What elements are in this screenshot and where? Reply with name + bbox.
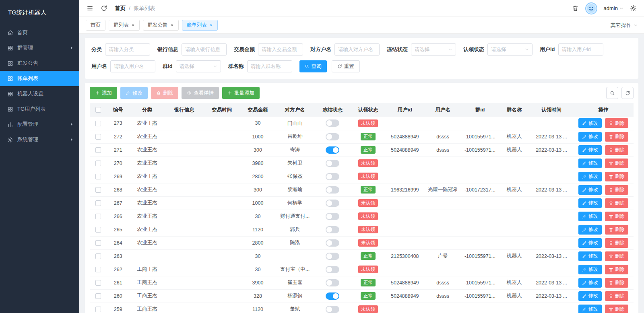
table-refresh-button[interactable]	[621, 87, 634, 99]
row-edit-button[interactable]: 修改	[578, 238, 602, 248]
tab-3[interactable]: 账单列表	[182, 20, 218, 31]
row-checkbox[interactable]	[95, 200, 101, 206]
row-edit-button[interactable]: 修改	[578, 265, 602, 274]
reset-button[interactable]: 重置	[332, 60, 360, 72]
row-checkbox[interactable]	[95, 267, 101, 272]
row-edit-button[interactable]: 修改	[578, 198, 602, 208]
row-edit-button[interactable]: 修改	[578, 225, 602, 235]
row-checkbox[interactable]	[95, 134, 101, 140]
row-delete-button[interactable]: 删除	[605, 198, 628, 208]
collapse-menu-icon[interactable]	[87, 5, 93, 12]
row-checkbox[interactable]	[95, 187, 101, 193]
filter-input-group-name[interactable]	[247, 60, 292, 72]
row-checkbox[interactable]	[95, 174, 101, 179]
sidebar-item-broadcast[interactable]: 群发公告	[0, 56, 79, 71]
more-actions-dropdown[interactable]: 其它操作	[611, 22, 638, 29]
frozen-toggle[interactable]	[326, 226, 339, 233]
row-delete-button[interactable]: 删除	[605, 238, 628, 248]
row-edit-button[interactable]: 修改	[578, 159, 602, 168]
sidebar-item-bills[interactable]: 账单列表	[0, 71, 79, 86]
row-checkbox[interactable]	[95, 227, 101, 233]
filter-select-frozen-state[interactable]: 请选择	[411, 43, 456, 56]
row-delete-button[interactable]: 删除	[605, 132, 628, 142]
user-menu[interactable]: admin	[604, 5, 623, 11]
batch-add-button[interactable]: 批量添加	[222, 87, 260, 99]
row-checkbox[interactable]	[95, 253, 101, 259]
frozen-toggle[interactable]	[326, 306, 339, 313]
avatar[interactable]	[585, 2, 597, 14]
filter-input-user-id[interactable]	[558, 43, 603, 56]
filter-input-username[interactable]	[110, 60, 155, 72]
filter-input-category[interactable]	[105, 43, 150, 56]
row-edit-button[interactable]: 修改	[578, 172, 602, 181]
row-edit-button[interactable]: 修改	[578, 278, 602, 288]
tab-1[interactable]: 群列表	[109, 20, 140, 31]
tab-close-icon[interactable]	[209, 23, 213, 27]
breadcrumb-root[interactable]: 首页	[115, 5, 126, 12]
frozen-toggle[interactable]	[326, 160, 339, 167]
sidebar-item-system[interactable]: 系统管理	[0, 132, 79, 147]
sidebar-item-tg-users[interactable]: TG用户列表	[0, 101, 79, 117]
row-checkbox[interactable]	[95, 280, 101, 286]
row-delete-button[interactable]: 删除	[605, 145, 628, 155]
row-edit-button[interactable]: 修改	[578, 251, 602, 261]
row-checkbox[interactable]	[95, 307, 101, 312]
frozen-toggle[interactable]	[326, 239, 339, 247]
filter-input-counterparty[interactable]	[334, 43, 380, 56]
tab-2[interactable]: 群发公告	[143, 20, 179, 31]
row-checkbox[interactable]	[95, 293, 101, 299]
row-delete-button[interactable]: 删除	[605, 305, 628, 313]
row-checkbox[interactable]	[95, 240, 101, 246]
tab-close-icon[interactable]	[170, 23, 174, 27]
row-delete-button[interactable]: 删除	[605, 118, 628, 128]
frozen-toggle[interactable]	[326, 266, 339, 273]
filter-input-bank-info[interactable]	[182, 43, 227, 56]
row-delete-button[interactable]: 删除	[605, 159, 628, 168]
row-edit-button[interactable]: 修改	[578, 145, 602, 155]
row-delete-button[interactable]: 删除	[605, 291, 628, 301]
page-refresh-icon[interactable]	[101, 5, 107, 12]
table-search-button[interactable]	[606, 87, 618, 99]
search-button[interactable]: 查询	[299, 60, 327, 72]
sidebar-item-config[interactable]: 配置管理	[0, 117, 79, 132]
frozen-toggle[interactable]	[326, 186, 339, 194]
sidebar-item-robot[interactable]: 机器人设置	[0, 86, 79, 101]
frozen-toggle[interactable]	[326, 279, 339, 286]
frozen-toggle[interactable]	[326, 133, 339, 140]
row-edit-button[interactable]: 修改	[578, 132, 602, 142]
frozen-toggle[interactable]	[326, 213, 339, 220]
row-edit-button[interactable]: 修改	[578, 212, 602, 221]
delete-button[interactable]: 删除	[151, 87, 178, 99]
select-all-checkbox[interactable]	[95, 107, 101, 113]
filter-select-claim-state[interactable]: 请选择	[487, 43, 533, 56]
view-detail-button[interactable]: 查看详情	[182, 87, 219, 99]
row-delete-button[interactable]: 删除	[605, 212, 628, 221]
row-checkbox[interactable]	[95, 214, 101, 219]
row-delete-button[interactable]: 删除	[605, 172, 628, 181]
tab-0[interactable]: 首页	[86, 20, 105, 31]
filter-input-amount[interactable]	[258, 43, 303, 56]
filter-select-group-id[interactable]: 请选择	[176, 60, 221, 72]
tab-close-icon[interactable]	[131, 23, 135, 27]
row-checkbox[interactable]	[95, 147, 101, 153]
frozen-toggle[interactable]	[326, 292, 339, 300]
frozen-toggle[interactable]	[326, 253, 339, 260]
row-delete-button[interactable]: 删除	[605, 225, 628, 235]
edit-button[interactable]: 修改	[120, 87, 148, 99]
sidebar-item-groups[interactable]: 群管理	[0, 40, 79, 56]
row-delete-button[interactable]: 删除	[605, 265, 628, 274]
frozen-toggle[interactable]	[326, 146, 339, 154]
row-delete-button[interactable]: 删除	[605, 251, 628, 261]
sidebar-item-home[interactable]: 首页	[0, 25, 79, 40]
row-delete-button[interactable]: 删除	[605, 185, 628, 195]
row-checkbox[interactable]	[95, 161, 101, 166]
frozen-toggle[interactable]	[326, 119, 339, 127]
frozen-toggle[interactable]	[326, 200, 339, 207]
row-edit-button[interactable]: 修改	[578, 305, 602, 313]
row-edit-button[interactable]: 修改	[578, 291, 602, 301]
row-checkbox[interactable]	[95, 121, 101, 126]
settings-gear-icon[interactable]	[630, 5, 637, 12]
row-delete-button[interactable]: 删除	[605, 278, 628, 288]
add-button[interactable]: 添加	[90, 87, 117, 99]
frozen-toggle[interactable]	[326, 173, 339, 180]
